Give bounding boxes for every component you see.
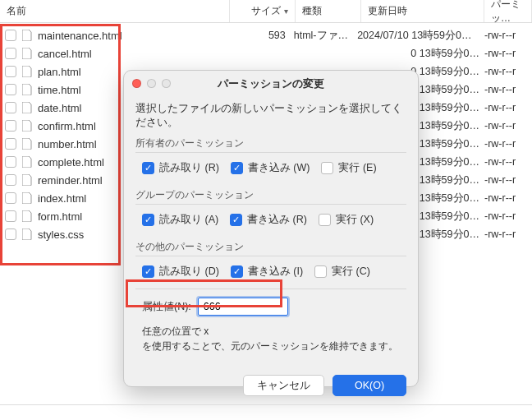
cell-perm: -rw-r--r [484,102,532,113]
cell-perm: -rw-r--r [484,48,532,59]
file-name: maintenance.html [38,30,122,42]
col-perm[interactable]: パーミッ… [484,0,532,22]
owner-exec-checkbox[interactable]: 実行 (E) [321,161,376,175]
cell-perm: -rw-r--r [484,138,532,150]
close-icon[interactable] [132,79,141,88]
dialog-hint: 任意の位置で x を使用することで、元のパーミッションを維持できます。 [135,319,406,358]
file-name: reminder.html [38,174,103,187]
file-name: index.html [38,192,86,205]
owner-group-title: 所有者のパーミッション [135,136,406,150]
group-group-title: グループのパーミッション [135,188,406,202]
file-icon [21,47,33,60]
dialog-titlebar: パーミッションの変更 [124,71,418,97]
file-checkbox[interactable] [5,174,16,186]
file-checkbox[interactable] [5,84,16,95]
column-header-bar: 名前 サイズ▾ 種類 更新日時 パーミッ… [0,0,532,23]
file-checkbox[interactable] [5,30,16,41]
sort-arrow-icon: ▾ [284,7,288,16]
file-name: date.html [38,102,81,114]
file-name: complete.html [38,156,104,168]
cancel-button[interactable]: キャンセル [243,375,324,396]
file-name: form.html [38,210,82,223]
cell-perm: -rw-r--r [484,84,532,95]
file-checkbox[interactable] [5,156,16,168]
cell-perm: -rw-r--r [484,120,532,132]
other-write-checkbox[interactable]: 書き込み (I) [231,265,303,279]
window-controls [132,79,171,88]
col-name[interactable]: 名前 [0,0,230,22]
file-checkbox[interactable] [5,66,16,77]
cell-perm: -rw-r--r [484,210,532,222]
file-checkbox[interactable] [5,192,16,204]
other-group-title: その他のパーミッション [135,240,406,254]
dialog-title: パーミッションの変更 [218,76,324,91]
owner-write-checkbox[interactable]: 書き込み (W) [231,161,310,175]
cell-perm: -rw-r--r [484,156,532,168]
ok-button[interactable]: OK(O) [332,375,406,396]
cell-perm: -rw-r--r [484,174,532,186]
col-type[interactable]: 種類 [296,0,361,22]
other-exec-checkbox[interactable]: 実行 (C) [314,265,370,279]
file-icon [21,101,33,114]
cell-date: 2024/07/10 13時59分0… [357,29,484,43]
cell-date: 0 13時59分0… [357,47,484,61]
group-exec-checkbox[interactable]: 実行 (X) [319,213,374,227]
group-read-checkbox[interactable]: 読み取り (A) [142,213,218,227]
file-name: cancel.html [38,48,92,60]
permissions-dialog: パーミッションの変更 選択したファイルの新しいパーミッションを選択してください。… [123,70,419,387]
file-checkbox[interactable] [5,138,16,150]
file-checkbox[interactable] [5,120,16,132]
file-name: confirm.html [38,120,96,132]
col-size[interactable]: サイズ▾ [230,0,296,22]
file-icon [21,83,33,96]
attr-value-input[interactable] [198,298,288,316]
col-date[interactable]: 更新日時 [361,0,484,22]
cell-size: 593 [230,30,294,41]
file-name: plan.html [38,66,81,78]
group-write-checkbox[interactable]: 書き込み (R) [230,213,307,227]
file-icon [21,228,33,241]
cell-perm: -rw-r--r [484,66,532,77]
file-icon [21,173,33,187]
file-name: number.html [38,138,97,150]
file-icon [21,29,33,42]
footer-divider [0,404,532,405]
file-icon [21,137,33,150]
file-icon [21,155,33,168]
file-checkbox[interactable] [5,102,16,113]
file-checkbox[interactable] [5,48,16,59]
file-checkbox[interactable] [5,228,16,240]
dialog-description: 選択したファイルの新しいパーミッションを選択してください。 [135,102,406,130]
file-name: styles.css [38,228,84,241]
file-icon [21,119,33,132]
cell-perm: -rw-r--r [484,228,532,240]
file-name: time.html [38,84,81,96]
other-read-checkbox[interactable]: 読み取り (D) [142,265,219,279]
cell-type: html-ファ… [294,29,357,43]
file-icon [21,65,33,78]
attr-label: 属性値(N): [142,300,191,314]
file-checkbox[interactable] [5,210,16,222]
minimize-icon [147,79,156,88]
file-icon [21,192,33,205]
cell-perm: -rw-r--r [484,192,532,204]
zoom-icon [162,79,171,88]
file-icon [21,210,33,223]
cell-perm: -rw-r--r [484,30,532,41]
owner-read-checkbox[interactable]: 読み取り (R) [142,161,219,175]
